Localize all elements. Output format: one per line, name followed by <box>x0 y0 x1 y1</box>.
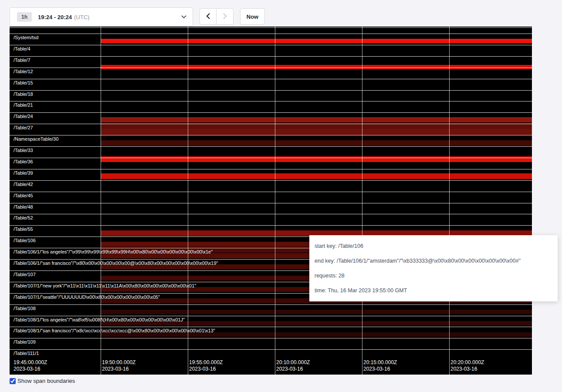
row-label: /Table/12 <box>14 69 33 74</box>
x-axis-tick: 19:55:00.000Z2023-03-16 <box>189 359 223 372</box>
row-label: /Table/106/1/"los angeles"/"\x99\x99\x99… <box>14 249 213 254</box>
row-label: /Table/36 <box>14 159 33 164</box>
row-label: /Table/107/1/"new york"/"\x11\x11\x11\x1… <box>14 283 196 288</box>
row-label: /Table/108 <box>14 306 36 311</box>
row-label: /NamespaceTable/30 <box>14 136 58 142</box>
tooltip-line: end key: /Table/106/1/"amsterdam"/"\xb33… <box>315 253 552 268</box>
row-label: /Table/7 <box>14 57 30 63</box>
row-label: /Table/55 <box>14 226 33 232</box>
row-label: /Table/107 <box>14 272 36 277</box>
span-boundaries-label: Show span boundaries <box>17 378 75 384</box>
span-boundaries-checkbox[interactable] <box>10 378 16 384</box>
row-label: /Table/18 <box>14 91 33 97</box>
tooltip-line: time: Thu, 16 Mar 2023 19:55:00 GMT <box>315 283 552 298</box>
time-range-label: 19:24 - 20:24 <box>38 14 72 20</box>
span-boundary-row: /Table/45 <box>10 192 532 203</box>
row-label: /Table/45 <box>14 193 33 198</box>
x-axis-tick: 19:45:00.000Z2023-03-16 <box>14 359 47 372</box>
span-boundary-row: /Table/18 <box>10 90 532 101</box>
span-boundary-row: /Table/12 <box>10 68 532 79</box>
time-nav-group <box>200 8 234 25</box>
span-boundary-row: /Table/24 <box>10 112 532 124</box>
tooltip-line: start key: /Table/106 <box>315 239 552 253</box>
chevron-right-icon <box>223 13 227 21</box>
span-boundary-row: /Table/7 <box>10 56 532 68</box>
time-range-selector[interactable]: 1h 19:24 - 20:24 (UTC) <box>10 7 193 27</box>
row-label: /Table/39 <box>14 170 33 176</box>
span-boundaries-control: Show span boundaries <box>10 378 75 384</box>
row-label: /Table/106 <box>14 238 36 243</box>
row-label: /Table/15 <box>14 80 33 85</box>
span-boundary-row: /Table/21 <box>10 101 532 112</box>
toolbar: 1h 19:24 - 20:24 (UTC) Now <box>10 7 265 27</box>
span-boundary-row: /Table/48 <box>10 203 532 214</box>
span-boundary-row: /Table/109 <box>10 338 532 349</box>
next-time-button[interactable] <box>217 8 234 25</box>
span-boundary-row: /Table/4 <box>10 45 532 56</box>
row-label: /Table/111/1 <box>14 351 39 356</box>
span-boundary-row: /NamespaceTable/30 <box>10 135 532 146</box>
chevron-down-icon <box>181 15 186 19</box>
prev-time-button[interactable] <box>200 8 217 25</box>
row-label: /Table/48 <box>14 204 33 210</box>
row-label: /Table/24 <box>14 114 33 119</box>
row-label: /Table/52 <box>14 215 33 220</box>
row-label: /Table/27 <box>14 125 33 130</box>
span-boundary-row: /Table/52 <box>10 214 532 225</box>
span-boundary-row: /Table/33 <box>10 146 532 158</box>
duration-badge: 1h <box>17 12 32 22</box>
row-label: /Table/109 <box>14 339 36 345</box>
span-boundary-row: /Table/27 <box>10 124 532 135</box>
row-label: /Table/4 <box>14 46 30 51</box>
span-boundary-row: /Table/15 <box>10 79 532 90</box>
x-axis-tick: 20:15:00.000Z2023-03-16 <box>363 359 397 372</box>
row-label: /Table/108/1/"los angeles"/"\xa8\xf5\u00… <box>14 317 185 322</box>
span-boundary-row: /Table/108 <box>10 304 532 316</box>
span-boundary-row: /System/tsd <box>10 34 532 45</box>
row-label: /Table/107/1/"seattle"/"UUUUUUD\x00\x80\… <box>14 294 160 300</box>
span-boundary-row: /Table/108/1/"los angeles"/"\xa8\xf5\u00… <box>10 316 532 327</box>
x-axis-tick: 20:20:00.000Z2023-03-16 <box>450 359 484 372</box>
span-boundary-row: /Table/39 <box>10 169 532 180</box>
row-label: /Table/33 <box>14 148 33 153</box>
span-boundary-row: /Table/36 <box>10 158 532 169</box>
heatmap-canvas[interactable]: /System/tsd/Table/4/Table/7/Table/12/Tab… <box>10 27 532 375</box>
span-boundary-row: /Table/42 <box>10 180 532 192</box>
row-label: /Table/106/1/"san francisco"/"\x80\x00\x… <box>14 260 218 266</box>
row-label: /Table/21 <box>14 102 33 108</box>
timezone-label: (UTC) <box>74 14 89 20</box>
row-label: /Table/42 <box>14 182 33 187</box>
chevron-left-icon <box>206 13 210 21</box>
tooltip-line: requests: 28 <box>315 268 552 283</box>
tooltip: start key: /Table/106end key: /Table/106… <box>309 235 558 301</box>
x-axis-tick: 19:50:00.000Z2023-03-16 <box>102 359 135 372</box>
span-boundary-row: /Table/108/1/"san francisco"/"\x8c\xcc\x… <box>10 327 532 338</box>
now-button[interactable]: Now <box>240 8 265 25</box>
row-label: /System/tsd <box>14 35 38 40</box>
row-label: /Table/108/1/"san francisco"/"\x8c\xcc\x… <box>14 328 215 333</box>
x-axis-tick: 20:10:00.000Z2023-03-16 <box>276 359 310 372</box>
